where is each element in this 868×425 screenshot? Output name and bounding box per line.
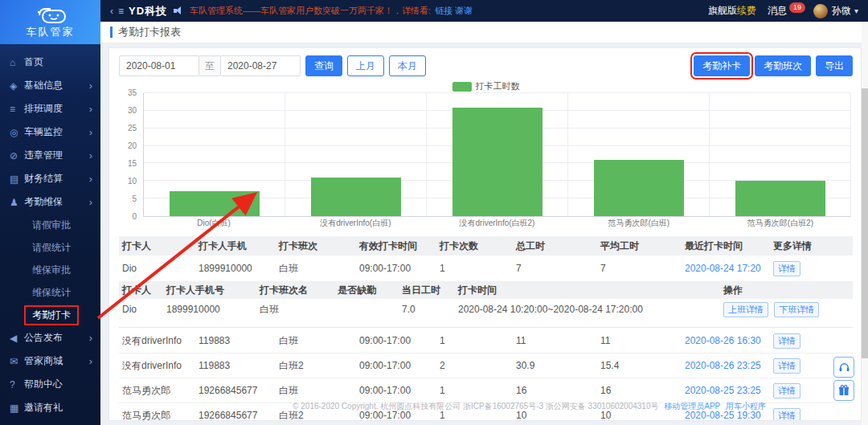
- chart-plot: [143, 93, 851, 217]
- scrollbar-track[interactable]: [862, 22, 868, 425]
- menu-list-icon[interactable]: ≡: [118, 6, 124, 17]
- cell-avg-hours: 7: [597, 263, 682, 274]
- clock-out-detail-button[interactable]: 下班详情: [774, 302, 819, 317]
- renew-link[interactable]: 续费: [737, 4, 756, 18]
- prev-month-button[interactable]: 上月: [347, 55, 384, 76]
- chart-slot: [144, 93, 285, 216]
- content-area: 至 查询 上月 本月 考勤补卡 考勤班次 导出 打卡工时数 0510152025…: [100, 43, 868, 425]
- cell-day-hours: 7.0: [399, 304, 455, 315]
- sidebar-item-label: 首页: [24, 55, 43, 69]
- action-buttons: 考勤补卡 考勤班次 导出: [689, 55, 853, 76]
- cell-phone: 19266845677: [195, 385, 276, 396]
- help-icon: ?: [10, 379, 24, 390]
- cell-count: 1: [436, 385, 513, 396]
- cell-shift: 白班: [256, 303, 334, 317]
- sidebar-item-announcements[interactable]: ◀ 公告发布 ›: [0, 326, 100, 349]
- collapse-sidebar-icon[interactable]: ‹: [110, 6, 113, 17]
- chevron-right-icon: ›: [89, 126, 92, 138]
- scrollbar-thumb[interactable]: [862, 88, 868, 358]
- chart-slot: [567, 93, 709, 216]
- sidebar-item-violation[interactable]: ⊘ 违章管理 ›: [0, 144, 100, 167]
- attendance-makeup-button[interactable]: 考勤补卡: [694, 55, 750, 76]
- cell-shift: 白班: [276, 334, 356, 348]
- sidebar-subitem-leave-stats[interactable]: 请假统计: [0, 236, 100, 259]
- messages-link[interactable]: 消息: [768, 4, 787, 18]
- cell-name: Dio: [119, 263, 195, 274]
- this-month-button[interactable]: 本月: [389, 55, 426, 76]
- clock-in-detail-button[interactable]: 上班详情: [723, 302, 768, 317]
- cell-last-punch-link[interactable]: 2020-08-25 23:25: [682, 385, 770, 396]
- x-category-label: 没有driverInfo(白班2): [426, 217, 567, 230]
- attendance-shifts-button[interactable]: 考勤班次: [755, 55, 811, 76]
- chevron-right-icon: ›: [89, 332, 92, 344]
- sidebar-item-scheduling[interactable]: ≡ 排班调度 ›: [0, 97, 100, 121]
- sidebar-item-base-info[interactable]: ◈ 基础信息 ›: [0, 74, 100, 97]
- sidebar-subitem-attendance-punch[interactable]: 考勤打卡: [0, 304, 100, 326]
- cell-count: 2: [436, 360, 513, 371]
- date-range-separator: 至: [199, 55, 220, 76]
- x-category-label: 范马勇次郎(白班): [568, 217, 710, 230]
- title-marker: [110, 27, 113, 38]
- announcement-link[interactable]: 链接 谢谢: [435, 5, 473, 17]
- legend-label: 打卡工时数: [476, 80, 520, 92]
- chevron-right-icon: ›: [89, 196, 92, 208]
- bar-没有driverInfo(白班2): [452, 108, 542, 217]
- sidebar-item-help-center[interactable]: ? 帮助中心: [0, 373, 100, 396]
- end-date-input[interactable]: [220, 55, 301, 76]
- cell-avg-hours: 15.4: [597, 360, 682, 371]
- query-button[interactable]: 查询: [305, 55, 342, 76]
- sidebar-item-label: 帮助中心: [24, 378, 63, 391]
- customer-service-button[interactable]: [833, 357, 854, 378]
- cell-total-hours: 30.9: [513, 360, 597, 371]
- mall-icon: ✉: [10, 356, 24, 367]
- start-date-input[interactable]: [119, 55, 199, 76]
- col-header: 平均工时: [597, 239, 682, 253]
- sidebar-item-invite[interactable]: ▦ 邀请有礼: [0, 396, 100, 419]
- sidebar-item-finance[interactable]: ▤ 财务结算 ›: [0, 167, 100, 190]
- sidebar-subitem-maintenance-approval[interactable]: 维保审批: [0, 259, 100, 281]
- chevron-right-icon: ›: [89, 103, 92, 115]
- cell-last-punch-link[interactable]: 2020-08-24 17:20: [682, 263, 770, 274]
- cell-phone: 1899910000: [195, 263, 276, 274]
- table-row: 范马勇次郎 19266845677 白班 09:00-17:00 1 16 16…: [119, 378, 853, 403]
- legend-swatch: [452, 82, 472, 92]
- sidebar-item-vehicle-monitor[interactable]: ◎ 车辆监控 ›: [0, 121, 100, 144]
- y-tick-label: 10: [119, 178, 137, 186]
- brand-name: YD科技: [129, 4, 167, 18]
- cell-last-punch-link[interactable]: 2020-08-26 16:30: [682, 335, 770, 346]
- mini-program-link[interactable]: 用车小程序: [726, 402, 766, 411]
- y-tick-label: 5: [119, 195, 137, 203]
- gift-icon: [838, 385, 850, 396]
- sidebar-subitem-maintenance-stats[interactable]: 维保统计: [0, 281, 100, 304]
- export-button[interactable]: 导出: [816, 55, 853, 76]
- admin-app-link[interactable]: 移动管理员APP: [664, 402, 720, 411]
- gift-button[interactable]: [833, 380, 854, 401]
- sidebar-item-home[interactable]: ⌂ 首页: [0, 51, 100, 74]
- chevron-right-icon: ›: [89, 80, 92, 92]
- attendance-icon: ♟: [10, 197, 24, 208]
- detail-button[interactable]: 详情: [773, 261, 800, 276]
- detail-button[interactable]: 详情: [773, 358, 800, 374]
- username[interactable]: 孙微: [832, 4, 851, 18]
- cell-last-punch-link[interactable]: 2020-08-26 23:25: [682, 360, 770, 371]
- caret-down-icon[interactable]: ▾: [854, 6, 858, 15]
- sidebar-item-label: 违章管理: [24, 149, 63, 162]
- sidebar-item-label: 考勤维保: [24, 195, 63, 209]
- col-header: 打卡次数: [436, 239, 513, 253]
- cell-name: Dio: [119, 304, 163, 315]
- detail-button[interactable]: 详情: [773, 333, 800, 349]
- col-header: 总工时: [513, 239, 597, 253]
- avatar[interactable]: [813, 4, 828, 18]
- sidebar-menu: ⌂ 首页 ◈ 基础信息 › ≡ 排班调度 › ◎ 车辆监控 › ⊘ 违章管理 ›…: [0, 44, 100, 419]
- detail-button[interactable]: 详情: [773, 383, 800, 398]
- sidebar-item-label: 财务结算: [24, 172, 63, 186]
- sidebar-subitem-leave-approval[interactable]: 请假审批: [0, 214, 100, 236]
- attendance-report-page: { "logo": {"title": "车队管家"}, "topbar": {…: [0, 0, 868, 425]
- x-category-label: 范马勇次郎(白班2): [710, 217, 851, 230]
- y-tick-label: 25: [119, 125, 137, 133]
- sidebar-item-attendance-maintenance[interactable]: ♟ 考勤维保 ›: [0, 190, 100, 214]
- logo: 车队管家: [0, 0, 100, 44]
- chart-legend[interactable]: 打卡工时数: [452, 80, 520, 92]
- submenu-label: 维保统计: [32, 286, 71, 300]
- sidebar-item-mall[interactable]: ✉ 管家商城 ›: [0, 349, 100, 373]
